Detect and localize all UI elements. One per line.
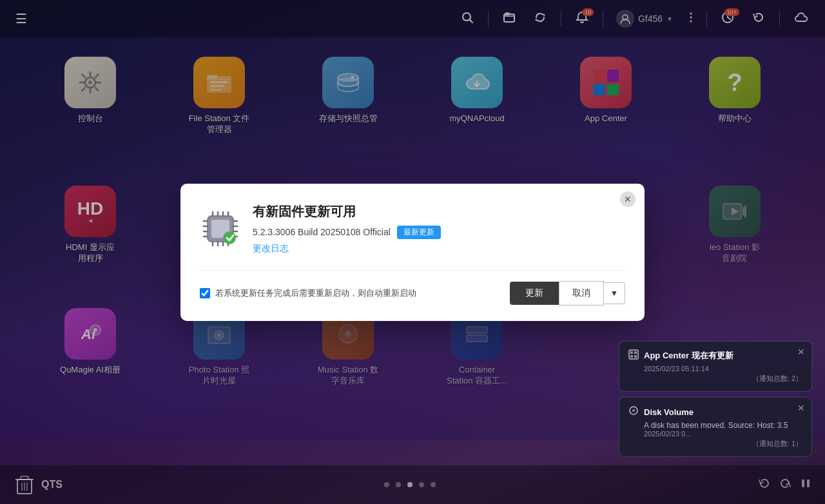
notif-2-desc: A disk has been moved. Source: Host: 3.5 (644, 421, 802, 430)
modal-footer: 若系统更新任务完成后需要重新启动，则自动重新启动 更新 取消 ▼ (200, 270, 625, 305)
notif-1-title: App Center 现在有更新 (644, 350, 733, 362)
notif-1-icon (628, 349, 639, 362)
notif-1-header: App Center 现在有更新 (628, 349, 802, 362)
modal-cancel-button[interactable]: 取消 (559, 281, 604, 305)
notif-app-center: ✕ App Center 现在有更新 2025/02/23 05:11:14 （… (619, 341, 812, 392)
modal-version-text: 5.2.3.3006 Build 20250108 Official (253, 227, 391, 237)
firmware-update-modal: ✕ (180, 184, 645, 321)
modal-buttons: 更新 取消 ▼ (510, 281, 625, 305)
modal-header: 有新固件更新可用 5.2.3.3006 Build 20250108 Offic… (200, 203, 625, 255)
notif-1-count: （通知总数: 2） (628, 374, 802, 383)
modal-close-button[interactable]: ✕ (620, 191, 636, 207)
notif-2-title: Disk Volume (644, 407, 694, 417)
notif-disk-volume: ✕ Disk Volume A disk has been moved. Sou… (619, 397, 812, 457)
notification-panel: ✕ App Center 现在有更新 2025/02/23 05:11:14 （… (619, 341, 812, 462)
notif-2-icon (628, 405, 639, 418)
svg-rect-66 (630, 351, 633, 354)
modal-auto-restart-checkbox[interactable] (200, 288, 210, 298)
modal-title-area: 有新固件更新可用 5.2.3.3006 Build 20250108 Offic… (253, 203, 441, 255)
modal-update-button[interactable]: 更新 (510, 282, 559, 305)
notif-2-count: （通知总数: 1） (628, 439, 802, 449)
chip-icon (200, 208, 241, 249)
svg-rect-65 (629, 350, 638, 359)
notif-2-time: 2025/02/23 0... (644, 430, 802, 438)
modal-version-row: 5.2.3.3006 Build 20250108 Official 最新更新 (253, 226, 441, 239)
svg-point-71 (632, 409, 635, 412)
modal-title: 有新固件更新可用 (253, 203, 441, 220)
modal-changelog-link[interactable]: 更改日志 (253, 243, 441, 255)
svg-rect-67 (634, 351, 637, 354)
notif-1-time: 2025/02/23 05:11:14 (644, 365, 802, 373)
notif-2-close-button[interactable]: ✕ (797, 403, 805, 413)
notif-1-close-button[interactable]: ✕ (797, 347, 805, 357)
notif-2-header: Disk Volume (628, 405, 802, 418)
svg-point-64 (223, 231, 236, 244)
modal-checkbox-label: 若系统更新任务完成后需要重新启动，则自动重新启动 (215, 287, 416, 299)
modal-dropdown-button[interactable]: ▼ (604, 282, 625, 304)
modal-checkbox-area: 若系统更新任务完成后需要重新启动，则自动重新启动 (200, 287, 416, 299)
modal-update-badge: 最新更新 (397, 226, 441, 239)
svg-rect-68 (630, 355, 633, 358)
svg-rect-69 (634, 355, 637, 358)
